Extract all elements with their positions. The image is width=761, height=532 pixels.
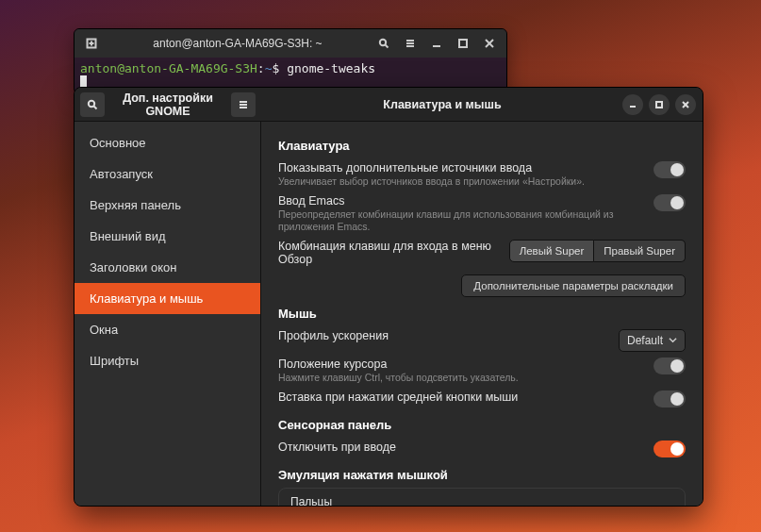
close-icon[interactable] xyxy=(675,94,696,115)
label-middle-paste: Вставка при нажатии средней кнопки мыши xyxy=(278,391,518,404)
toggle-pointer-location[interactable] xyxy=(653,357,686,374)
extra-layout-options-button[interactable]: Дополнительные параметры раскладки xyxy=(461,274,686,297)
label-disable-typing: Отключить при вводе xyxy=(278,441,396,454)
hamburger-menu-icon[interactable] xyxy=(399,32,422,55)
tweaks-headerbar: Доп. настройки GNOME Клавиатура и мышь xyxy=(74,88,703,122)
sub-extra-sources: Увеличивает выбор источников ввода в при… xyxy=(278,175,653,189)
hamburger-menu-icon[interactable] xyxy=(231,92,256,117)
row-extra-input-sources: Показывать дополнительные источники ввод… xyxy=(278,158,686,191)
page-title: Клавиатура и мышь xyxy=(265,98,620,111)
svg-line-4 xyxy=(386,45,389,48)
terminal-titlebar: anton@anton-GA-MA69G-S3H: ~ xyxy=(74,29,506,58)
terminal-window: anton@anton-GA-MA69G-S3H: ~ anton@anton-… xyxy=(74,28,507,94)
prompt-path: ~ xyxy=(265,61,273,75)
sidebar: Основное Автозапуск Верхняя панель Внешн… xyxy=(74,122,261,506)
row-middle-paste: Вставка при нажатии средней кнопки мыши xyxy=(278,388,686,410)
toggle-extra-sources[interactable] xyxy=(653,161,686,178)
row-disable-while-typing: Отключить при вводе xyxy=(278,438,686,460)
overview-left-super-button[interactable]: Левый Super xyxy=(509,240,595,262)
section-mouse-heading: Мышь xyxy=(278,307,686,321)
row-accel-profile: Профиль ускорения Default xyxy=(278,326,686,355)
svg-line-13 xyxy=(94,106,97,108)
terminal-title: anton@anton-GA-MA69G-S3H: ~ xyxy=(105,37,371,50)
close-icon[interactable] xyxy=(478,32,501,55)
sub-pointer: Нажмите клавишу Ctrl, чтобы подсветить у… xyxy=(278,372,653,385)
sub-emacs: Переопределяет комбинации клавиш для исп… xyxy=(278,208,653,234)
new-tab-icon[interactable] xyxy=(80,32,103,55)
toggle-disable-while-typing[interactable] xyxy=(653,441,686,457)
toggle-emacs[interactable] xyxy=(653,194,686,211)
label-pointer: Положение курсора xyxy=(278,357,387,371)
maximize-icon[interactable] xyxy=(649,94,670,115)
label-extra-sources: Показывать дополнительные источники ввод… xyxy=(278,161,532,175)
radio-fingers-title: Пальцы xyxy=(290,495,332,506)
sidebar-item-fonts[interactable]: Шрифты xyxy=(74,345,260,376)
sidebar-item-general[interactable]: Основное xyxy=(74,127,260,158)
sidebar-item-window-titles[interactable]: Заголовки окон xyxy=(74,252,260,283)
svg-rect-9 xyxy=(459,40,467,47)
command-text: gnome-tweaks xyxy=(287,61,375,75)
sidebar-item-keyboard-mouse[interactable]: Клавиатура и мышь xyxy=(74,283,260,314)
minimize-icon[interactable] xyxy=(425,32,448,55)
label-overview: Комбинация клавиш для входа в меню Обзор xyxy=(278,240,491,266)
prompt-user: anton@anton-GA-MA69G-S3H xyxy=(80,61,257,75)
row-overview-shortcut: Комбинация клавиш для входа в меню Обзор… xyxy=(278,237,686,269)
label-emacs: Ввод Emacs xyxy=(278,194,344,208)
label-accel: Профиль ускорения xyxy=(278,329,389,342)
minimize-icon[interactable] xyxy=(622,94,643,115)
accel-profile-dropdown[interactable]: Default xyxy=(619,329,686,352)
sidebar-item-autostart[interactable]: Автозапуск xyxy=(74,158,260,190)
overview-right-super-button[interactable]: Правый Super xyxy=(594,240,686,262)
svg-point-3 xyxy=(380,40,386,45)
row-pointer-location: Положение курсора Нажмите клавишу Ctrl, … xyxy=(278,355,686,388)
search-icon[interactable] xyxy=(372,32,395,55)
chevron-down-icon xyxy=(669,336,677,344)
emulation-heading: Эмуляция нажатия мышкой xyxy=(278,468,686,482)
svg-point-12 xyxy=(89,100,94,106)
radio-fingers[interactable]: Пальцы Нажмите на сенсорную панель двумя… xyxy=(279,489,685,506)
tweaks-window: Доп. настройки GNOME Клавиатура и мышь О… xyxy=(74,87,703,507)
click-emulation-group: Пальцы Нажмите на сенсорную панель двумя… xyxy=(278,488,686,506)
row-emacs-input: Ввод Emacs Переопределяет комбинации кла… xyxy=(278,191,686,237)
sidebar-item-windows[interactable]: Окна xyxy=(74,314,260,345)
svg-rect-18 xyxy=(656,102,662,108)
sidebar-item-topbar[interactable]: Верхняя панель xyxy=(74,190,260,221)
toggle-middle-paste[interactable] xyxy=(653,391,686,407)
app-title: Доп. настройки GNOME xyxy=(107,91,229,118)
section-keyboard-heading: Клавиатура xyxy=(278,139,686,153)
content-pane[interactable]: Клавиатура Показывать дополнительные ист… xyxy=(261,122,703,506)
section-touchpad-heading: Сенсорная панель xyxy=(278,418,686,432)
accel-profile-value: Default xyxy=(627,334,663,347)
maximize-icon[interactable] xyxy=(452,32,474,55)
overview-segmented: Левый Super Правый Super xyxy=(509,240,686,262)
search-icon[interactable] xyxy=(80,92,105,117)
sidebar-item-appearance[interactable]: Внешний вид xyxy=(74,221,260,252)
